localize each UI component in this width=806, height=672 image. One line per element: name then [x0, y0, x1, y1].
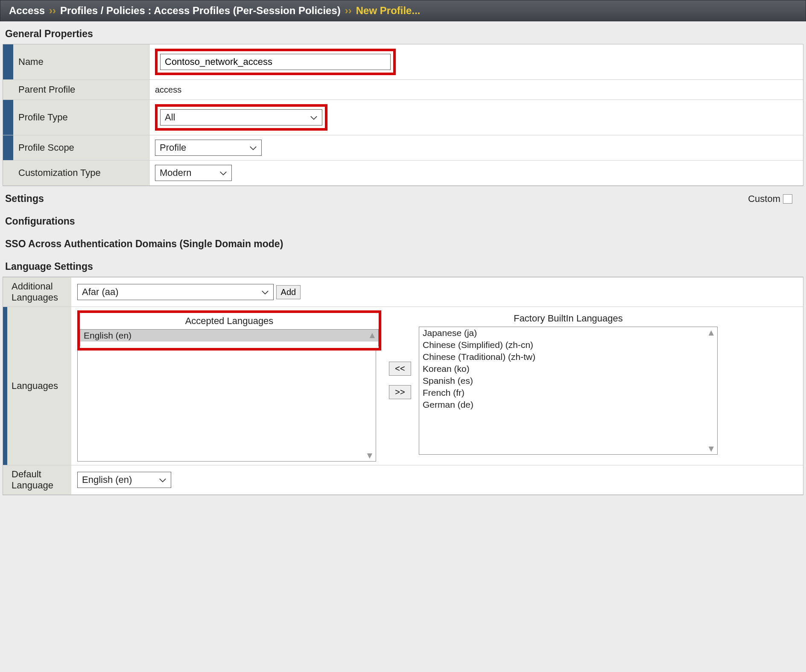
list-item[interactable]: Chinese (Traditional) (zh-tw) [419, 351, 717, 363]
value-parent-profile: access [150, 80, 803, 100]
list-item[interactable]: German (de) [419, 399, 717, 411]
accepted-languages-listbox[interactable]: English (en) ▲ [80, 329, 379, 346]
label-profile-scope: Profile Scope [13, 135, 150, 161]
profile-type-value: All [165, 112, 175, 123]
highlight-accepted-languages: Accepted Languages English (en) ▲ [77, 310, 381, 351]
row-indicator [3, 100, 13, 135]
highlight-name [155, 49, 396, 75]
breadcrumb-access[interactable]: Access [9, 5, 45, 17]
list-item[interactable]: Chinese (Simplified) (zh-cn) [419, 339, 717, 351]
profile-type-select[interactable]: All [160, 109, 322, 126]
section-configurations: Configurations [0, 209, 806, 231]
scroll-up-icon[interactable]: ▲ [367, 330, 377, 340]
move-right-button[interactable]: >> [389, 385, 411, 399]
breadcrumb-profiles[interactable]: Profiles / Policies : Access Profiles (P… [60, 5, 341, 17]
label-additional-languages: Additional Languages [7, 278, 71, 307]
accepted-languages-listbox-body[interactable]: ▼ [77, 351, 376, 462]
builtin-languages-title: Factory BuiltIn Languages [419, 310, 718, 327]
scroll-down-icon[interactable]: ▼ [706, 444, 716, 453]
section-settings: Settings Custom [0, 186, 806, 209]
row-indicator [3, 278, 7, 307]
label-parent-profile: Parent Profile [13, 80, 150, 100]
label-customization-type: Customization Type [13, 161, 150, 186]
default-language-select[interactable]: English (en) [77, 472, 171, 488]
languages-dual-list: Accepted Languages English (en) ▲ ▼ [77, 310, 797, 462]
row-indicator [3, 161, 13, 186]
breadcrumb-sep-1: ›› [49, 5, 56, 17]
language-settings-panel: Additional Languages Afar (aa) Add Langu… [3, 277, 803, 495]
additional-languages-value: Afar (aa) [82, 286, 119, 298]
label-languages: Languages [7, 307, 71, 465]
row-indicator [3, 44, 13, 80]
list-item[interactable]: Spanish (es) [419, 375, 717, 387]
row-indicator [3, 465, 7, 495]
chevron-down-icon [310, 112, 318, 123]
name-input[interactable] [160, 54, 391, 70]
row-indicator [3, 135, 13, 161]
profile-scope-select[interactable]: Profile [155, 140, 262, 156]
breadcrumb-new-profile: New Profile... [356, 5, 421, 17]
list-item[interactable]: English (en) [80, 330, 378, 342]
scroll-down-icon[interactable]: ▼ [365, 451, 375, 460]
general-properties-panel: Name Parent Profile access Profile Type [3, 44, 803, 186]
accepted-languages-title: Accepted Languages [80, 313, 379, 329]
default-language-value: English (en) [82, 474, 132, 485]
scroll-up-icon[interactable]: ▲ [706, 328, 716, 337]
row-indicator [3, 307, 7, 465]
builtin-languages-listbox[interactable]: Japanese (ja) Chinese (Simplified) (zh-c… [419, 327, 718, 455]
breadcrumb-sep-2: ›› [345, 5, 352, 17]
chevron-down-icon [249, 142, 257, 153]
label-profile-type: Profile Type [13, 100, 150, 135]
add-language-button[interactable]: Add [276, 285, 301, 299]
list-item[interactable]: Japanese (ja) [419, 327, 717, 339]
customization-type-select[interactable]: Modern [155, 165, 232, 181]
list-item[interactable]: Korean (ko) [419, 363, 717, 375]
label-default-language: Default Language [7, 465, 71, 495]
section-language-settings: Language Settings [0, 254, 806, 277]
profile-scope-value: Profile [160, 142, 186, 153]
custom-label: Custom [748, 193, 780, 205]
section-general-properties: General Properties [0, 21, 806, 44]
chevron-down-icon [159, 474, 166, 485]
section-sso: SSO Across Authentication Domains (Singl… [0, 231, 806, 254]
chevron-down-icon [219, 167, 227, 178]
list-item[interactable]: French (fr) [419, 387, 717, 399]
custom-checkbox[interactable] [783, 194, 792, 204]
customization-type-value: Modern [160, 167, 192, 178]
row-indicator [3, 80, 13, 100]
chevron-down-icon [261, 286, 269, 298]
section-settings-label: Settings [5, 193, 44, 205]
highlight-profile-type: All [155, 104, 327, 131]
label-name: Name [13, 44, 150, 80]
move-left-button[interactable]: << [389, 362, 411, 376]
additional-languages-select[interactable]: Afar (aa) [77, 284, 274, 300]
breadcrumb: Access ›› Profiles / Policies : Access P… [0, 0, 806, 21]
